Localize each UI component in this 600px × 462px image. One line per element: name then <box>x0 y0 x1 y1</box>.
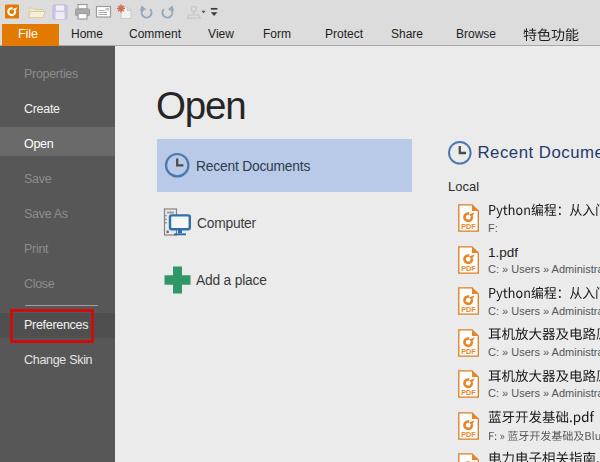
svg-text:PDF: PDF <box>461 222 476 231</box>
